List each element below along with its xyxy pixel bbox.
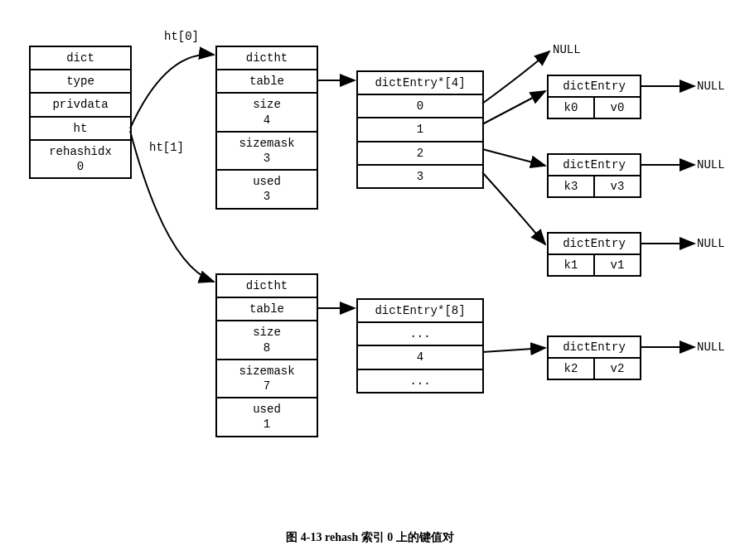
dictentry-k2v2: dictEntry k2 v2	[547, 336, 641, 380]
dictentry-k0v0: dictEntry k0 v0	[547, 75, 641, 119]
dictht1-sizemask-label: sizemask	[239, 364, 294, 378]
ht0-label: ht[0]	[164, 30, 199, 43]
dictht0-sizemask-value: 3	[264, 152, 270, 165]
array1-header: dictEntry*[8]	[358, 300, 482, 323]
svg-line-2	[482, 348, 545, 352]
dictentry-v1: v1	[595, 255, 640, 275]
dictentry-k0: k0	[549, 98, 595, 118]
dictht1-size: size 8	[217, 321, 317, 360]
dictht0-used-value: 3	[264, 190, 270, 203]
dictentry-k1: k1	[549, 255, 595, 275]
dictht1-used-value: 1	[264, 418, 270, 431]
dictht0-table: table	[217, 70, 317, 94]
dict-privdata: privdata	[31, 94, 130, 117]
rehashidx-value: 0	[77, 160, 84, 173]
dictentry-k1v1-title: dictEntry	[549, 234, 640, 255]
dictht0-used-label: used	[253, 175, 281, 188]
dictentry-k3v3-title: dictEntry	[549, 155, 640, 176]
dictht0-sizemask-label: sizemask	[239, 137, 294, 150]
figure-caption: 图 4-13 rehash 索引 0 上的键值对	[0, 530, 740, 545]
dictht0-size-value: 4	[264, 113, 270, 127]
dict-rehashidx: rehashidx 0	[31, 141, 130, 177]
array0-slot3: 3	[358, 166, 482, 187]
dict-ht: ht	[31, 118, 130, 141]
array0-slot2: 2	[358, 142, 482, 166]
dictht0-sizemask: sizemask 3	[217, 133, 317, 171]
dict-struct: dict type privdata ht rehashidx 0	[29, 46, 132, 179]
dictentry-k3: k3	[549, 176, 595, 196]
null-top-label: NULL	[553, 43, 581, 56]
array0-header: dictEntry*[4]	[358, 72, 482, 95]
dictht1-size-label: size	[253, 326, 281, 339]
dictht0-title: dictht	[217, 47, 317, 70]
dictentry-v0: v0	[595, 98, 640, 118]
dictentry-k3v3: dictEntry k3 v3	[547, 153, 641, 198]
dictentry-k0v0-title: dictEntry	[549, 76, 640, 98]
dictentry-v3: v3	[595, 176, 640, 196]
dictentry-k1v1: dictEntry k1 v1	[547, 232, 641, 277]
dictht0-size: size 4	[217, 94, 317, 132]
array0-slot1: 1	[358, 118, 482, 142]
array0: dictEntry*[4] 0 1 2 3	[356, 70, 484, 189]
dictht1-table: table	[217, 298, 317, 321]
dict-type: type	[31, 70, 130, 94]
null4-label: NULL	[697, 340, 725, 354]
null3-label: NULL	[697, 237, 725, 250]
dictht1-size-value: 8	[264, 341, 270, 355]
array1-dots2: ...	[358, 370, 482, 392]
array1: dictEntry*[8] ... 4 ...	[356, 298, 484, 393]
null1-label: NULL	[697, 80, 725, 93]
dict-title: dict	[31, 47, 130, 70]
dictht0-used: used 3	[217, 171, 317, 207]
rehashidx-label: rehashidx	[49, 145, 112, 158]
ht1-label: ht[1]	[149, 141, 184, 154]
dictentry-k2v2-title: dictEntry	[549, 337, 640, 359]
dictentry-v2: v2	[595, 359, 640, 379]
dictht1-used: used 1	[217, 398, 317, 435]
dictht1-sizemask: sizemask 7	[217, 360, 317, 398]
array1-slot4: 4	[358, 346, 482, 369]
dictentry-k2: k2	[549, 359, 595, 379]
dictht0-struct: dictht table size 4 sizemask 3 used 3	[215, 46, 318, 210]
array0-slot0: 0	[358, 95, 482, 118]
dictht0-size-label: size	[253, 98, 281, 111]
dictht1-sizemask-value: 7	[264, 379, 270, 393]
dictht1-struct: dictht table size 8 sizemask 7 used 1	[215, 273, 318, 437]
dictht1-title: dictht	[217, 275, 317, 298]
null2-label: NULL	[697, 158, 725, 171]
array1-dots1: ...	[358, 323, 482, 346]
dictht1-used-label: used	[253, 403, 281, 416]
